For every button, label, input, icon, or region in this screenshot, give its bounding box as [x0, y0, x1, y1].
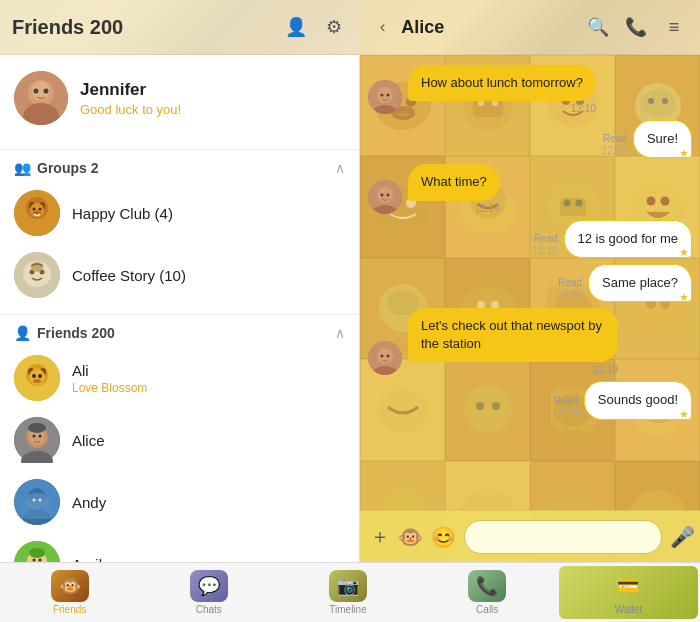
message-bubble-3: What time?: [408, 164, 500, 200]
list-item-happy-club[interactable]: Happy Club (4): [0, 182, 359, 244]
emoji-button[interactable]: 🐵: [398, 525, 423, 549]
chat-search-icon[interactable]: 🔍: [584, 13, 612, 41]
msg-time-1: 12:10: [408, 103, 596, 114]
coffee-story-name: Coffee Story (10): [72, 267, 186, 284]
message-bubble-5: Same place? ★: [588, 264, 692, 302]
list-item-andy[interactable]: Andy: [0, 471, 359, 533]
msg-time-3: 12:14: [408, 203, 500, 214]
tab-timeline-label: Timeline: [329, 604, 366, 615]
message-bubble-1: How about lunch tomorrow?: [408, 65, 596, 101]
svg-point-110: [387, 355, 390, 358]
friends-collapse-btn[interactable]: ∧: [335, 325, 345, 341]
happy-club-name: Happy Club (4): [72, 205, 173, 222]
timeline-tab-icon: 📷: [329, 570, 367, 602]
svg-point-109: [381, 355, 384, 358]
bubble-star-2: ★: [679, 146, 689, 161]
tab-wallet[interactable]: 💳 Wallet: [559, 566, 698, 619]
svg-point-40: [39, 499, 42, 502]
sticker-button[interactable]: 😊: [431, 525, 456, 549]
chat-messages: How about lunch tomorrow? 12:10 Read 12:…: [360, 55, 700, 510]
time-label-2: 12:14: [602, 145, 627, 156]
top-bar: Friends 200 👤 ⚙ ‹ Alice 🔍 📞 ≡: [0, 0, 700, 55]
list-item-april[interactable]: April: [0, 533, 359, 562]
friends-title: 👤 Friends 200: [14, 325, 115, 341]
message-bubble-7: Sounds good! ★: [584, 381, 692, 419]
bubble-star-5: ★: [679, 290, 689, 305]
alice-chat-avatar: [368, 80, 402, 114]
mic-button[interactable]: 🎤: [670, 525, 695, 549]
tab-calls[interactable]: 📞 Calls: [418, 563, 557, 622]
svg-point-5: [44, 89, 49, 94]
chat-menu-icon[interactable]: ≡: [660, 13, 688, 41]
svg-point-46: [29, 548, 45, 558]
friends-section-header: 👤 Friends 200 ∧: [0, 314, 359, 347]
tab-friends-label: Friends: [53, 604, 86, 615]
tab-chats[interactable]: 💬 Chats: [139, 563, 278, 622]
svg-point-100: [387, 94, 390, 97]
ali-info: Ali Love Blossom: [72, 362, 147, 395]
back-button[interactable]: ‹: [372, 14, 393, 40]
svg-point-26: [33, 379, 41, 383]
svg-point-31: [33, 435, 36, 438]
groups-icon: 👥: [14, 160, 31, 176]
list-item-ali[interactable]: Ali Love Blossom: [0, 347, 359, 409]
alice-name: Alice: [72, 432, 105, 449]
chat-input-bar: ＋ 🐵 😊 🎤: [360, 510, 700, 562]
svg-point-104: [381, 193, 384, 196]
read-label-5: Read: [558, 277, 582, 288]
tab-calls-label: Calls: [476, 604, 498, 615]
top-bar-title: Friends 200: [12, 16, 123, 39]
alice-avatar: [14, 417, 60, 463]
groups-collapse-btn[interactable]: ∧: [335, 160, 345, 176]
left-panel: Jennifer Good luck to you! 👥 Groups 2 ∧: [0, 55, 360, 562]
message-row-5: Read 12:16 Same place? ★: [368, 264, 692, 302]
profile-info: Jennifer Good luck to you!: [80, 80, 181, 117]
plus-button[interactable]: ＋: [370, 523, 390, 550]
happy-club-avatar: [14, 190, 60, 236]
chat-phone-icon[interactable]: 📞: [622, 13, 650, 41]
ali-avatar: [14, 355, 60, 401]
right-panel: How about lunch tomorrow? 12:10 Read 12:…: [360, 55, 700, 562]
time-label-4: 12:16: [533, 245, 558, 256]
andy-avatar: [14, 479, 60, 525]
msg-meta-2: Read 12:14: [602, 133, 627, 156]
settings-icon[interactable]: ⚙: [320, 13, 348, 41]
friends-icon: 👤: [14, 325, 31, 341]
svg-point-105: [387, 193, 390, 196]
add-friend-icon[interactable]: 👤: [282, 13, 310, 41]
message-row-4: Read 12:16 12 is good for me ★: [368, 220, 692, 258]
message-row-6: Let's check out that newspot by the stat…: [368, 308, 692, 375]
time-label-5: 12:16: [557, 289, 582, 300]
alice-chat-avatar-2: [368, 180, 402, 214]
message-row-2: Read 12:14 Sure! ★: [368, 120, 692, 158]
message-bubble-4: 12 is good for me ★: [564, 220, 692, 258]
tab-timeline[interactable]: 📷 Timeline: [278, 563, 417, 622]
message-bubble-6: Let's check out that newspot by the stat…: [408, 308, 618, 362]
chat-text-input[interactable]: [464, 520, 662, 554]
profile-status: Good luck to you!: [80, 102, 181, 117]
friends-tab-icon: 🐵: [51, 570, 89, 602]
list-item-alice[interactable]: Alice: [0, 409, 359, 471]
calls-tab-icon: 📞: [468, 570, 506, 602]
msg-meta-5: Read 12:16: [557, 277, 582, 300]
alice-chat-avatar-3: [368, 341, 402, 375]
bubble-star-4: ★: [679, 245, 689, 260]
groups-section-header: 👥 Groups 2 ∧: [0, 149, 359, 182]
message-row-3: What time? 12:14: [368, 164, 692, 213]
svg-point-99: [381, 94, 384, 97]
chat-title: Alice: [401, 17, 444, 38]
tab-chats-label: Chats: [196, 604, 222, 615]
read-label-7: Read: [554, 395, 578, 406]
bubble-star-7: ★: [679, 407, 689, 422]
april-avatar: [14, 541, 60, 562]
tab-friends[interactable]: 🐵 Friends: [0, 563, 139, 622]
svg-point-38: [25, 493, 49, 509]
coffee-story-avatar: [14, 252, 60, 298]
time-label-7: 12:19: [553, 407, 578, 418]
ali-name: Ali: [72, 362, 147, 379]
list-item-coffee-story[interactable]: Coffee Story (10): [0, 244, 359, 306]
msg-meta-4: Read 12:16: [533, 233, 558, 256]
andy-name: Andy: [72, 494, 106, 511]
profile-section[interactable]: Jennifer Good luck to you!: [0, 55, 359, 141]
svg-point-24: [32, 374, 36, 378]
